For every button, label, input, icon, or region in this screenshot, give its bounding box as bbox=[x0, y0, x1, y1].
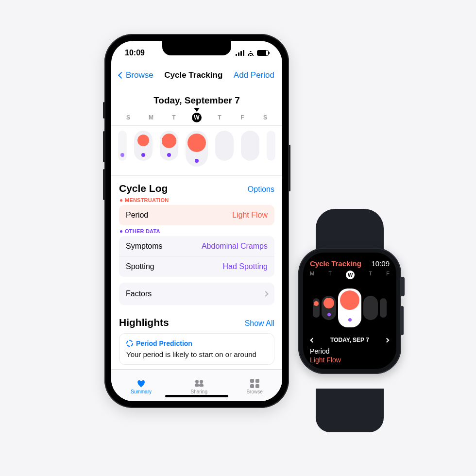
day-pill[interactable] bbox=[380, 298, 387, 318]
wifi-icon bbox=[247, 50, 255, 56]
weekday-label: S bbox=[258, 114, 272, 121]
next-day-button[interactable] bbox=[385, 338, 390, 342]
factors-label: Factors bbox=[126, 289, 152, 298]
prediction-title: Period Prediction bbox=[136, 340, 192, 347]
watch-screen: Cycle Tracking 10:09 M T W T F bbox=[303, 253, 396, 369]
bullet-icon bbox=[120, 199, 122, 202]
watch-date-label: TODAY, SEP 7 bbox=[330, 337, 369, 343]
weekday-label: F bbox=[386, 271, 390, 279]
day-pill-current[interactable] bbox=[186, 131, 208, 167]
flow-dot-icon bbox=[137, 135, 149, 146]
watch-period-label: Period bbox=[310, 347, 390, 356]
back-label: Browse bbox=[126, 70, 153, 80]
apple-watch-device: Cycle Tracking 10:09 M T W T F bbox=[272, 209, 427, 432]
watch-case: Cycle Tracking 10:09 M T W T F bbox=[298, 248, 401, 374]
weekday-label: F bbox=[235, 114, 250, 121]
weekday-label-current: W bbox=[346, 271, 355, 279]
weekday-label-current: W bbox=[192, 113, 202, 122]
tab-summary[interactable]: Summary bbox=[131, 378, 152, 394]
symptom-dot-icon bbox=[348, 318, 352, 322]
prediction-card[interactable]: Period Prediction Your period is likely … bbox=[119, 333, 274, 365]
cellular-icon bbox=[236, 50, 244, 56]
day-pill[interactable] bbox=[241, 131, 259, 161]
watch-band bbox=[316, 389, 384, 432]
prediction-text: Your period is likely to start on or aro… bbox=[126, 350, 267, 358]
period-row[interactable]: Period Light Flow bbox=[119, 205, 274, 225]
symptom-dot-icon bbox=[141, 153, 145, 157]
other-data-label: OTHER DATA bbox=[120, 228, 273, 234]
flow-dot-icon bbox=[340, 290, 359, 310]
iphone-device: 10:09 Browse Cycle Tracking Add Period T… bbox=[104, 34, 289, 408]
nav-title: Cycle Tracking bbox=[164, 70, 222, 80]
day-pill[interactable] bbox=[118, 131, 127, 161]
heart-icon bbox=[137, 379, 146, 387]
weekday-label: M bbox=[144, 114, 158, 121]
watch-period-info[interactable]: Period Light Flow bbox=[310, 347, 390, 364]
highlights-title: Highlights bbox=[119, 317, 169, 328]
spotting-value: Had Spotting bbox=[222, 262, 268, 271]
weekday-label: T bbox=[167, 114, 181, 121]
day-pill[interactable] bbox=[134, 131, 153, 161]
show-all-button[interactable]: Show All bbox=[245, 319, 274, 328]
tab-sharing[interactable]: Sharing bbox=[190, 378, 207, 394]
symptoms-value: Abdominal Cramps bbox=[202, 242, 268, 251]
chevron-right-icon bbox=[263, 291, 268, 296]
period-label: Period bbox=[126, 211, 148, 220]
bullet-icon bbox=[120, 230, 122, 233]
watch-time: 10:09 bbox=[371, 259, 390, 268]
chevron-left-icon bbox=[118, 72, 125, 79]
back-button[interactable]: Browse bbox=[119, 70, 153, 80]
menstruation-label: MENSTRUATION bbox=[120, 197, 273, 203]
watch-weekday-row: M T W T F bbox=[310, 271, 390, 279]
symptom-dot-icon bbox=[167, 153, 171, 157]
status-time: 10:09 bbox=[125, 49, 145, 57]
day-pill[interactable] bbox=[267, 131, 275, 161]
watch-band bbox=[316, 209, 384, 253]
spotting-row[interactable]: Spotting Had Spotting bbox=[119, 256, 274, 277]
grid-icon bbox=[250, 379, 259, 388]
weekday-row: S M T W T F S bbox=[111, 113, 282, 126]
day-pill[interactable] bbox=[322, 296, 336, 320]
home-indicator[interactable] bbox=[165, 395, 228, 397]
watch-cycle-strip[interactable] bbox=[308, 282, 391, 334]
flow-dot-icon bbox=[162, 134, 176, 148]
weekday-label: T bbox=[212, 114, 227, 121]
side-button[interactable] bbox=[400, 306, 404, 335]
people-icon bbox=[195, 380, 204, 387]
battery-icon bbox=[257, 50, 269, 56]
nav-bar: Browse Cycle Tracking Add Period bbox=[111, 65, 282, 85]
symptom-dot-icon bbox=[195, 159, 199, 163]
iphone-screen: 10:09 Browse Cycle Tracking Add Period T… bbox=[111, 41, 282, 401]
symptom-dot-icon bbox=[327, 313, 331, 316]
digital-crown[interactable] bbox=[400, 277, 405, 296]
add-period-button[interactable]: Add Period bbox=[234, 70, 274, 80]
day-pill[interactable] bbox=[363, 296, 378, 320]
symptom-dot-icon bbox=[120, 153, 124, 157]
cycle-strip[interactable] bbox=[111, 126, 282, 176]
tab-label: Browse bbox=[246, 389, 262, 394]
weekday-label: T bbox=[328, 271, 332, 279]
watch-period-value: Light Flow bbox=[310, 356, 390, 365]
weekday-label: T bbox=[369, 271, 372, 279]
symptoms-label: Symptoms bbox=[126, 242, 163, 251]
flow-dot-icon bbox=[323, 298, 334, 308]
day-pill[interactable] bbox=[215, 131, 234, 161]
prev-day-button[interactable] bbox=[310, 338, 315, 342]
day-pill[interactable] bbox=[313, 298, 320, 318]
factors-row[interactable]: Factors bbox=[119, 283, 274, 305]
period-value: Light Flow bbox=[232, 211, 268, 220]
prediction-icon bbox=[126, 340, 133, 347]
day-pill[interactable] bbox=[160, 131, 178, 161]
tab-browse[interactable]: Browse bbox=[246, 378, 262, 394]
spotting-label: Spotting bbox=[126, 262, 154, 271]
symptoms-row[interactable]: Symptoms Abdominal Cramps bbox=[119, 236, 274, 256]
today-label: Today, September 7 bbox=[111, 95, 282, 106]
today-marker-icon bbox=[194, 108, 200, 112]
watch-app-title: Cycle Tracking bbox=[310, 259, 361, 268]
day-pill-current[interactable] bbox=[338, 289, 361, 327]
tab-label: Sharing bbox=[190, 389, 207, 394]
weekday-label: M bbox=[310, 271, 314, 279]
tab-label: Summary bbox=[131, 389, 152, 394]
flow-dot-icon bbox=[187, 134, 206, 152]
options-button[interactable]: Options bbox=[248, 185, 274, 194]
